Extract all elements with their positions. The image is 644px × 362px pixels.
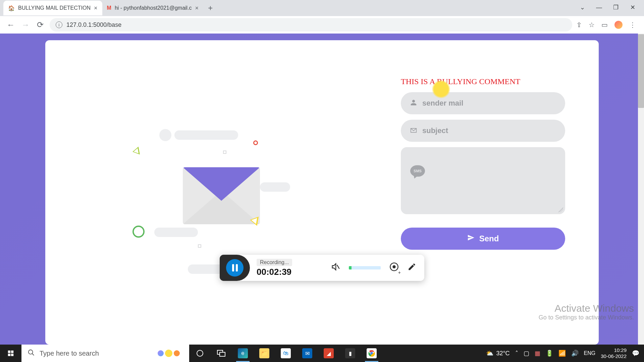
- decor-line-icon: [260, 182, 290, 192]
- share-icon[interactable]: ⇪: [576, 21, 582, 29]
- site-info-icon[interactable]: i: [56, 21, 62, 28]
- store-app-icon[interactable]: 🛍: [275, 345, 297, 362]
- send-button[interactable]: Send: [401, 228, 565, 250]
- paper-plane-icon: [467, 234, 475, 243]
- close-icon[interactable]: ×: [195, 5, 199, 12]
- url-bar[interactable]: i 127.0.0.1:5000/base: [50, 18, 572, 32]
- resize-handle-icon[interactable]: [558, 207, 563, 212]
- sender-input[interactable]: [422, 99, 556, 108]
- search-decor-icon: [158, 350, 180, 357]
- reload-icon[interactable]: ⟳: [35, 20, 46, 29]
- clock[interactable]: 10:29 30-06-2022: [601, 347, 627, 359]
- meet-now-icon[interactable]: ▢: [524, 350, 529, 357]
- annotate-icon[interactable]: [408, 262, 416, 274]
- maximize-icon[interactable]: ❐: [611, 4, 621, 11]
- cmd-app-icon[interactable]: ▮: [339, 345, 361, 362]
- audio-level-icon: [349, 266, 381, 269]
- task-view-icon[interactable]: [211, 345, 232, 362]
- close-icon[interactable]: ×: [94, 5, 98, 12]
- watermark-subtitle: Go to Settings to activate Windows.: [539, 314, 634, 321]
- envelope-icon: [410, 127, 417, 135]
- browser-chrome: 🏠 BULLYING MAIL DETECTION × M hi - pytho…: [0, 0, 644, 34]
- message-field[interactable]: SMS: [401, 147, 565, 214]
- decor-line-icon: [154, 228, 198, 237]
- mute-icon[interactable]: [331, 262, 340, 274]
- svg-line-0: [337, 265, 339, 269]
- sender-field[interactable]: [401, 92, 565, 114]
- decor-square-icon: [223, 150, 226, 154]
- volume-icon[interactable]: 🔊: [571, 350, 579, 357]
- send-label: Send: [479, 234, 499, 243]
- sms-icon: SMS: [410, 165, 425, 177]
- scrollbar-thumb[interactable]: [638, 34, 644, 108]
- svg-line-4: [32, 353, 34, 355]
- subject-input[interactable]: [422, 126, 556, 135]
- svg-point-5: [197, 350, 203, 356]
- menu-icon[interactable]: ⋮: [629, 21, 636, 29]
- recorder-info: Recording... 00:02:39: [250, 259, 292, 277]
- tab-bar: 🏠 BULLYING MAIL DETECTION × M hi - pytho…: [0, 0, 644, 16]
- weather-widget[interactable]: ⛅ 32°C: [486, 350, 509, 357]
- svg-rect-7: [220, 352, 225, 356]
- app-icon[interactable]: ◢: [318, 345, 339, 362]
- decor-triangle-icon: [249, 215, 259, 226]
- mail-app-icon[interactable]: ✉: [297, 345, 318, 362]
- close-window-icon[interactable]: ✕: [628, 4, 637, 11]
- pause-button[interactable]: [226, 259, 244, 277]
- browser-toolbar: ← → ⟳ i 127.0.0.1:5000/base ⇪ ☆ ▭ ⋮: [0, 16, 644, 34]
- user-icon: [410, 99, 417, 108]
- tab-search-icon[interactable]: ⌄: [578, 4, 587, 11]
- weather-icon: ⛅: [486, 350, 493, 357]
- tab-active[interactable]: 🏠 BULLYING MAIL DETECTION ×: [3, 1, 102, 15]
- subject-field[interactable]: [401, 120, 565, 142]
- favicon-gmail-icon: M: [107, 5, 111, 11]
- message-input[interactable]: [408, 154, 558, 207]
- clock-time: 10:29: [614, 347, 627, 353]
- svg-point-2: [392, 265, 395, 268]
- bookmark-icon[interactable]: ☆: [589, 21, 595, 29]
- system-tray: ⛅ 32°C ˄ ▢ ▦ 🔋 📶 🔊 ENG 10:29 30-06-2022 …: [486, 347, 644, 359]
- search-icon: [28, 349, 35, 358]
- cortana-icon[interactable]: [189, 345, 211, 362]
- watermark-title: Activate Windows: [539, 303, 634, 314]
- tray-app-icon[interactable]: ▦: [535, 350, 540, 357]
- window-controls: ⌄ — ❐ ✕: [574, 0, 641, 15]
- favicon-home-icon: 🏠: [8, 5, 15, 11]
- language-indicator[interactable]: ENG: [584, 350, 596, 356]
- scrollbar[interactable]: [638, 34, 644, 345]
- toolbar-right: ⇪ ☆ ▭ ⋮: [576, 21, 639, 29]
- new-tab-button[interactable]: +: [203, 3, 217, 13]
- tab-inactive[interactable]: M hi - pythonfabhost2021@gmail.c ×: [102, 1, 204, 15]
- edge-app-icon[interactable]: e: [232, 345, 254, 362]
- profile-avatar-icon[interactable]: [614, 21, 623, 29]
- explorer-app-icon[interactable]: 📁: [254, 345, 275, 362]
- clock-date: 30-06-2022: [601, 353, 627, 359]
- sidepanel-icon[interactable]: ▭: [601, 21, 608, 29]
- decor-square-icon: [198, 244, 201, 248]
- contact-card: THIS IS A BULLYING COMMENT SMS: [45, 40, 599, 345]
- screen-recorder-widget[interactable]: Recording... 00:02:39: [220, 255, 424, 281]
- mail-form: THIS IS A BULLYING COMMENT SMS: [401, 67, 565, 318]
- decor-line-icon: [174, 130, 238, 140]
- tab-title: BULLYING MAIL DETECTION: [18, 5, 91, 11]
- decor-ring-icon: [132, 226, 145, 238]
- taskbar: Type here to search e 📁 🛍 ✉ ◢ ▮ ⛅ 32°C ˄…: [0, 345, 644, 362]
- envelope-icon: [183, 167, 260, 224]
- back-icon[interactable]: ←: [5, 20, 16, 29]
- forward-icon[interactable]: →: [20, 20, 31, 29]
- chrome-app-icon[interactable]: [361, 345, 382, 362]
- decor-triangle-icon: [132, 146, 140, 156]
- recorder-pause-area: [220, 255, 250, 281]
- notifications-icon[interactable]: 💬: [632, 350, 639, 357]
- start-button[interactable]: [0, 345, 21, 362]
- battery-icon[interactable]: 🔋: [546, 350, 553, 357]
- url-text: 127.0.0.1:5000/base: [66, 21, 121, 28]
- taskbar-search[interactable]: Type here to search: [21, 345, 189, 362]
- bullying-alert: THIS IS A BULLYING COMMENT: [401, 77, 565, 86]
- decor-ring-icon: [253, 140, 258, 145]
- wifi-icon[interactable]: 📶: [558, 350, 566, 357]
- tray-chevron-icon[interactable]: ˄: [515, 350, 518, 357]
- taskbar-apps: e 📁 🛍 ✉ ◢ ▮: [189, 345, 382, 362]
- minimize-icon[interactable]: —: [594, 4, 604, 11]
- webcam-add-icon[interactable]: [389, 262, 399, 274]
